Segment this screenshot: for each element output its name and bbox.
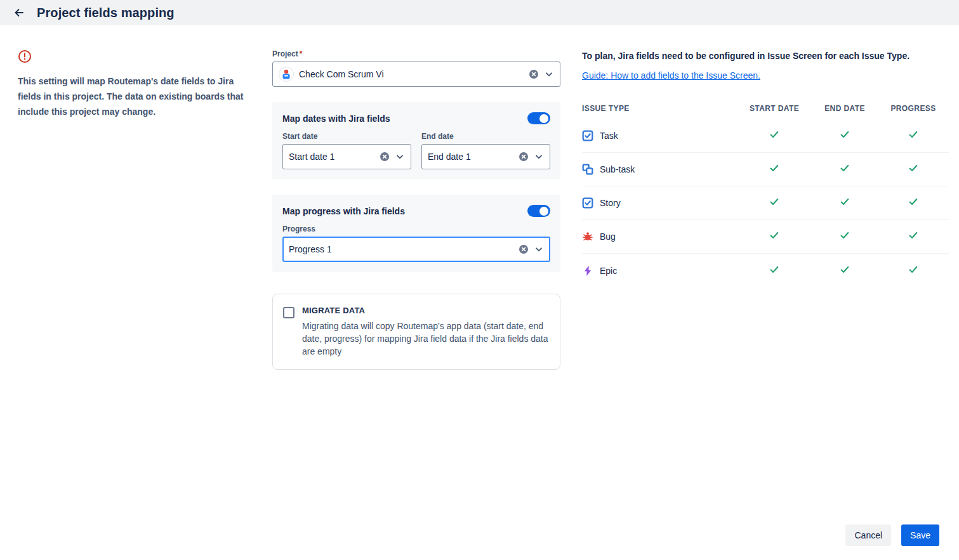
project-fields-mapping-page: Project fields mapping This setting will… bbox=[0, 0, 959, 560]
progress-select[interactable]: Progress 1 bbox=[282, 237, 550, 262]
end-date-select-value: End date 1 bbox=[428, 152, 513, 162]
check-icon bbox=[908, 129, 919, 140]
clear-icon[interactable] bbox=[529, 69, 539, 79]
start-date-field: Start date Start date 1 bbox=[282, 132, 411, 169]
col-end-date: END DATE bbox=[812, 104, 878, 113]
table-row: Sub-task bbox=[582, 153, 949, 186]
issue-screen-panel: To plan, Jira fields need to be configur… bbox=[582, 49, 949, 287]
check-icon bbox=[839, 264, 850, 275]
check-icon bbox=[839, 129, 850, 140]
back-button[interactable] bbox=[10, 4, 28, 22]
clear-icon[interactable] bbox=[519, 152, 529, 162]
check-icon bbox=[908, 196, 919, 207]
issue-type-label: Sub-task bbox=[600, 164, 635, 174]
start-date-select-value: Start date 1 bbox=[289, 152, 374, 162]
table-header-row: ISSUE TYPE START DATE END DATE PROGRESS bbox=[582, 98, 949, 119]
progress-select-value: Progress 1 bbox=[289, 244, 513, 254]
issue-type-table: ISSUE TYPE START DATE END DATE PROGRESS … bbox=[582, 98, 949, 287]
end-date-field: End date End date 1 bbox=[421, 132, 550, 169]
start-date-label: Start date bbox=[282, 132, 411, 141]
warning-icon bbox=[18, 49, 32, 66]
project-field: Project* Check Com Scrum Vi bbox=[272, 49, 560, 87]
migrate-data-title: MIGRATE DATA bbox=[302, 306, 550, 315]
map-progress-card: Map progress with Jira fields Progress P… bbox=[272, 195, 560, 272]
map-dates-card: Map dates with Jira fields Start date St… bbox=[272, 102, 560, 179]
end-date-select[interactable]: End date 1 bbox=[421, 144, 550, 169]
clear-icon[interactable] bbox=[380, 152, 390, 162]
clear-icon[interactable] bbox=[519, 244, 529, 254]
footer-actions: Cancel Save bbox=[845, 524, 939, 546]
table-row: Bug bbox=[582, 220, 949, 254]
chevron-down-icon bbox=[534, 244, 544, 254]
map-dates-title: Map dates with Jira fields bbox=[282, 114, 390, 124]
progress-label: Progress bbox=[282, 225, 550, 233]
col-issue-type: ISSUE TYPE bbox=[582, 104, 737, 113]
migrate-data-checkbox[interactable] bbox=[283, 307, 294, 318]
arrow-left-icon bbox=[13, 6, 25, 19]
project-label-text: Project bbox=[272, 49, 298, 58]
epic-icon bbox=[582, 265, 593, 277]
migrate-data-card: MIGRATE DATA Migrating data will copy Ro… bbox=[272, 294, 560, 370]
cancel-button[interactable]: Cancel bbox=[845, 524, 891, 546]
issue-screen-intro: To plan, Jira fields need to be configur… bbox=[582, 49, 949, 62]
story-icon bbox=[582, 197, 593, 209]
mapping-form: Project* Check Com Scrum Vi bbox=[272, 49, 560, 370]
task-icon bbox=[582, 130, 593, 141]
table-row: Epic bbox=[582, 254, 949, 287]
note-text: This setting will map Routemap's date fi… bbox=[18, 74, 251, 119]
info-note: This setting will map Routemap's date fi… bbox=[18, 49, 251, 119]
toggle-knob bbox=[539, 114, 548, 123]
chevron-down-icon bbox=[395, 152, 405, 162]
table-row: Story bbox=[582, 186, 949, 220]
save-button[interactable]: Save bbox=[901, 524, 939, 546]
chevron-down-icon bbox=[534, 152, 544, 162]
project-select[interactable]: Check Com Scrum Vi bbox=[272, 62, 560, 87]
project-select-value: Check Com Scrum Vi bbox=[299, 69, 524, 79]
check-icon bbox=[769, 162, 780, 174]
issue-type-label: Bug bbox=[600, 231, 616, 242]
progress-field: Progress Progress 1 bbox=[282, 225, 550, 262]
start-date-select[interactable]: Start date 1 bbox=[282, 144, 411, 169]
map-progress-toggle[interactable] bbox=[527, 205, 550, 217]
required-asterisk: * bbox=[300, 49, 303, 58]
migrate-data-description: Migrating data will copy Routemap's app … bbox=[302, 320, 550, 358]
issue-type-label: Epic bbox=[600, 266, 617, 276]
table-row: Task bbox=[582, 119, 949, 153]
chevron-down-icon bbox=[544, 69, 554, 79]
guide-link[interactable]: Guide: How to add fields to the Issue Sc… bbox=[582, 70, 760, 81]
subtask-icon bbox=[582, 164, 593, 175]
project-label: Project* bbox=[272, 49, 560, 58]
check-icon bbox=[769, 264, 780, 275]
check-icon bbox=[908, 162, 919, 174]
check-icon bbox=[839, 162, 850, 174]
project-avatar bbox=[279, 67, 294, 82]
check-icon bbox=[769, 230, 780, 241]
map-progress-title: Map progress with Jira fields bbox=[282, 206, 405, 216]
check-icon bbox=[839, 230, 850, 241]
map-dates-toggle[interactable] bbox=[527, 112, 550, 124]
col-start-date: START DATE bbox=[737, 104, 812, 113]
bug-icon bbox=[582, 231, 593, 242]
check-icon bbox=[908, 264, 919, 275]
check-icon bbox=[769, 129, 780, 140]
end-date-label: End date bbox=[421, 132, 550, 141]
col-progress: PROGRESS bbox=[878, 104, 949, 113]
page-title: Project fields mapping bbox=[37, 6, 175, 20]
page-header: Project fields mapping bbox=[0, 0, 959, 25]
check-icon bbox=[839, 196, 850, 207]
issue-type-label: Story bbox=[600, 198, 621, 208]
toggle-knob bbox=[539, 207, 548, 216]
issue-type-label: Task bbox=[600, 131, 618, 141]
check-icon bbox=[908, 230, 919, 241]
check-icon bbox=[769, 196, 780, 207]
main-content: This setting will map Routemap's date fi… bbox=[0, 25, 959, 370]
